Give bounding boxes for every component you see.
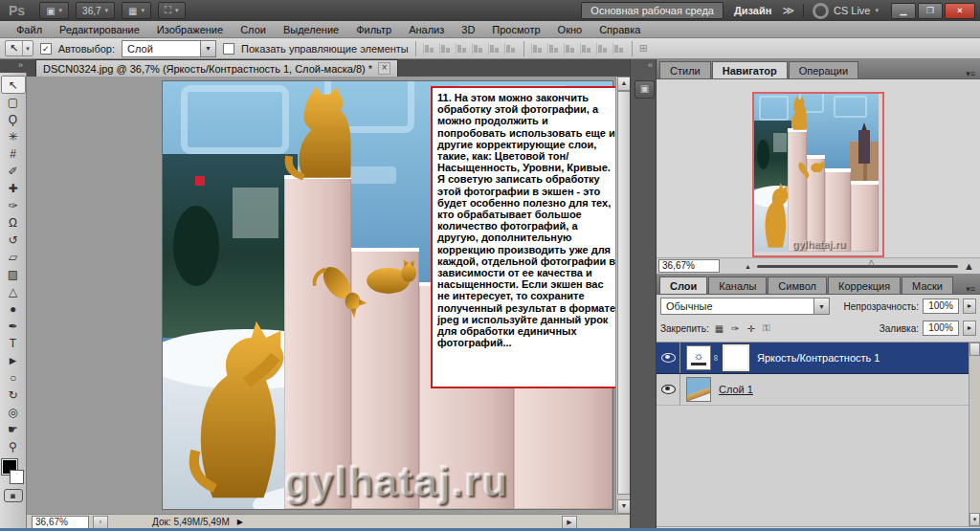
workspace-button-active[interactable]: Основная рабочая среда: [581, 2, 724, 19]
lock-pixels-icon[interactable]: ✑: [729, 323, 741, 334]
zoom-level-button[interactable]: 36,7 ▾: [76, 2, 115, 19]
status-options-icon[interactable]: ›: [93, 516, 108, 529]
distribute-hcenter-icon[interactable]: [596, 43, 609, 55]
horizontal-scroll-arrow-icon[interactable]: ▶: [562, 516, 577, 529]
menu-view[interactable]: Просмотр: [483, 24, 548, 35]
cs-live-button[interactable]: CS Live ▾: [813, 3, 879, 19]
autoselect-checkbox[interactable]: ✓: [40, 43, 52, 55]
auto-align-layers-icon[interactable]: ⊞: [639, 42, 648, 55]
tool-gradient[interactable]: ▨: [2, 266, 25, 283]
tool-ellipse-shape[interactable]: ○: [2, 369, 25, 387]
menu-window[interactable]: Окно: [549, 24, 591, 35]
tool-eraser[interactable]: ▱: [2, 249, 25, 266]
distribute-left-icon[interactable]: [580, 43, 592, 55]
navigator-zoom-slider[interactable]: △: [757, 265, 958, 268]
tool-hand[interactable]: ☛: [2, 421, 25, 438]
tool-clone-stamp[interactable]: Ω: [2, 214, 25, 232]
tool-pen[interactable]: ✒: [2, 318, 25, 335]
zoom-slider-thumb[interactable]: △: [868, 257, 876, 268]
fill-spinner-icon[interactable]: ▸: [963, 321, 976, 336]
tool-eyedropper[interactable]: ✐: [2, 163, 25, 180]
tab-channels[interactable]: Каналы: [708, 277, 767, 294]
scroll-up-icon[interactable]: ▲: [617, 77, 631, 91]
zoom-out-small-icon[interactable]: ▲: [745, 263, 751, 270]
align-hcenter-icon[interactable]: [488, 43, 501, 55]
tool-rectangular-marquee[interactable]: ▢: [2, 94, 25, 111]
menu-file[interactable]: Файл: [8, 24, 51, 35]
layer-row-adjustment[interactable]: ☼ ∞ Яркость/Контрастность 1: [657, 343, 980, 374]
menu-layers[interactable]: Слои: [232, 24, 275, 35]
tool-quick-selection[interactable]: ✳: [2, 128, 25, 145]
menu-select[interactable]: Выделение: [275, 24, 347, 35]
screen-mode-button[interactable]: ⛶ ▾: [158, 2, 186, 19]
status-menu-arrow-icon[interactable]: ▶: [237, 518, 243, 526]
tab-close-icon[interactable]: ×: [378, 62, 390, 75]
tab-navigator[interactable]: Навигатор: [712, 61, 788, 78]
adjustment-layer-thumbnail[interactable]: ☼: [686, 345, 711, 370]
navigator-zoom-field[interactable]: 36,67%: [658, 259, 720, 273]
visibility-cell[interactable]: [657, 374, 680, 405]
align-vcenter-icon[interactable]: [439, 43, 452, 55]
layer-mask-thumbnail[interactable]: [723, 344, 749, 371]
status-zoom-field[interactable]: 36,67%: [32, 516, 89, 529]
lock-position-icon[interactable]: ✛: [746, 323, 757, 334]
align-bottom-icon[interactable]: [456, 43, 468, 55]
navigator-proxy-view[interactable]: gylhataj.ru: [752, 92, 884, 257]
tool-type[interactable]: T: [2, 335, 25, 352]
align-right-icon[interactable]: [504, 43, 517, 55]
tool-crop[interactable]: #: [2, 145, 25, 163]
menu-edit[interactable]: Редактирование: [51, 24, 148, 35]
fill-value[interactable]: 100%: [923, 321, 959, 336]
launch-bridge-button[interactable]: ▣ ▾: [39, 2, 69, 19]
tool-lasso[interactable]: Ϙ: [2, 111, 25, 128]
opacity-value[interactable]: 100%: [923, 299, 959, 314]
layers-scroll-down-icon[interactable]: ▾: [969, 513, 980, 526]
tab-masks[interactable]: Маски: [902, 277, 953, 294]
menu-analysis[interactable]: Анализ: [400, 24, 453, 35]
tab-styles[interactable]: Стили: [659, 61, 711, 78]
minimize-button[interactable]: ▁: [891, 3, 916, 19]
tool-path-selection[interactable]: ►: [2, 352, 25, 369]
close-button[interactable]: ×: [945, 3, 975, 19]
document-tab[interactable]: DSCN0324.jpg @ 36,7% (Яркость/Контрастно…: [35, 59, 398, 77]
background-color-swatch[interactable]: [10, 470, 24, 484]
vertical-scroll-thumb[interactable]: [617, 91, 631, 495]
tab-adjustments[interactable]: Коррекция: [828, 277, 901, 294]
visibility-cell[interactable]: [657, 343, 680, 373]
lock-transparency-icon[interactable]: ▦: [713, 323, 725, 334]
tab-actions[interactable]: Операции: [789, 61, 858, 78]
layers-scroll-thumb[interactable]: [969, 343, 980, 356]
opacity-spinner-icon[interactable]: ▸: [963, 299, 976, 314]
show-transform-controls-checkbox[interactable]: [223, 43, 234, 55]
menu-image[interactable]: Изображение: [148, 24, 232, 35]
panel-menu-icon[interactable]: ▾≡: [961, 284, 980, 294]
zoom-in-large-icon[interactable]: ▲: [964, 260, 974, 272]
view-extras-button[interactable]: ▦ ▾: [122, 2, 151, 19]
workspace-more-button[interactable]: ≫: [782, 4, 794, 17]
distribute-top-icon[interactable]: [531, 43, 544, 55]
menu-3d[interactable]: 3D: [453, 24, 483, 35]
collapsed-panel-icon[interactable]: ▣: [635, 80, 655, 99]
toolbox-collapse-button[interactable]: »: [0, 59, 27, 73]
tool-zoom[interactable]: ⚲: [2, 438, 25, 455]
layer-row-image[interactable]: Слой 1: [657, 374, 980, 406]
tool-3d-object-rotate[interactable]: ↻: [2, 387, 25, 404]
tool-brush[interactable]: ✑: [2, 197, 25, 214]
tool-spot-healing-brush[interactable]: ✚: [2, 180, 25, 197]
vertical-scrollbar[interactable]: ▲ ▼: [615, 77, 630, 514]
menu-filter[interactable]: Фильтр: [347, 24, 400, 35]
tool-preset-button[interactable]: ↖ ▾: [5, 40, 33, 56]
workspace-button-design[interactable]: Дизайн: [730, 5, 775, 16]
tool-3d-camera-rotate[interactable]: ◎: [2, 404, 25, 421]
tab-character[interactable]: Символ: [768, 277, 827, 294]
tool-move[interactable]: ↖: [1, 76, 26, 94]
autoselect-target-select[interactable]: Слой ▼: [122, 40, 216, 57]
lock-all-icon[interactable]: ⚿: [761, 322, 772, 334]
tool-history-brush[interactable]: ↺: [2, 232, 25, 249]
tool-blur[interactable]: △: [2, 283, 25, 300]
blend-mode-select[interactable]: Обычные ▼: [660, 298, 830, 315]
menu-help[interactable]: Справка: [590, 24, 649, 35]
layer-name[interactable]: Слой 1: [719, 384, 753, 395]
panel-menu-icon[interactable]: ▾≡: [961, 69, 980, 78]
distribute-vcenter-icon[interactable]: [547, 43, 560, 55]
